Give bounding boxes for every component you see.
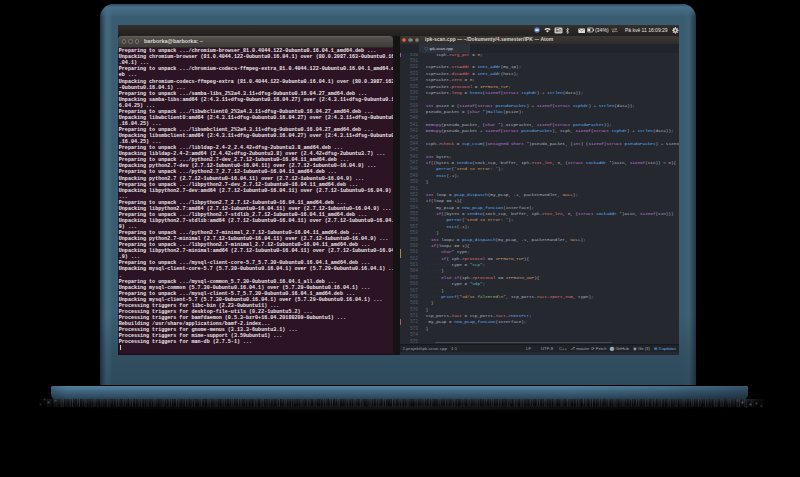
- svg-text:En: En: [556, 28, 562, 33]
